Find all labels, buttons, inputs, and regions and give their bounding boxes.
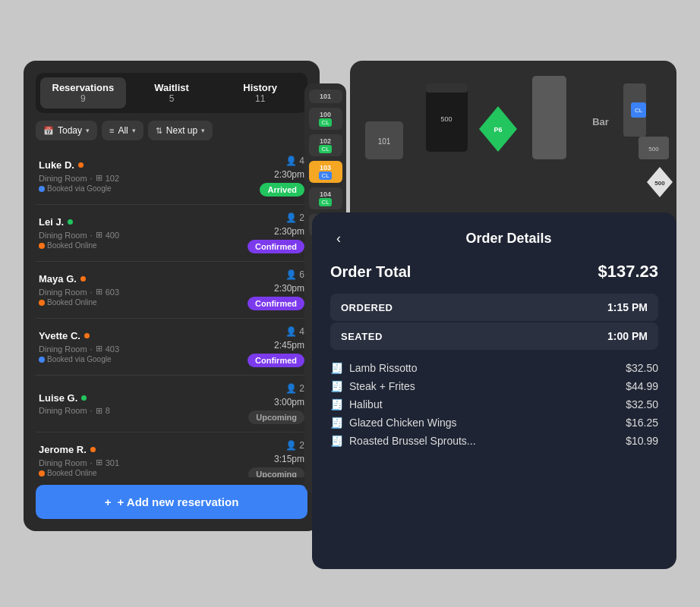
- table-row[interactable]: Jerome R. Dining Room · ⊞ 301 Booked Onl…: [36, 432, 307, 477]
- side-table-103[interactable]: 103 CL: [309, 161, 342, 183]
- ordered-label: ORDERED: [341, 302, 393, 313]
- separator: ·: [90, 458, 93, 467]
- source-label: Booked via Google: [47, 355, 112, 363]
- res-name: Jerome R.: [39, 444, 87, 455]
- res-info: Maya G. Dining Room · ⊞ 603 Booked Onlin…: [39, 273, 248, 307]
- table-tag: CL: [319, 145, 331, 153]
- list-item: 🧾 Glazed Chicken Wings $16.25: [330, 417, 658, 429]
- tab-waitlist[interactable]: Waitlist 5: [129, 77, 215, 109]
- order-item-name: Lamb Rissotto: [349, 362, 417, 374]
- table-number: 102: [320, 137, 331, 145]
- small-top-right-label: 500: [648, 146, 659, 153]
- table-row[interactable]: Luise G. Dining Room · ⊞ 8 👤 2: [36, 376, 307, 432]
- filter-today-label: Today: [58, 125, 82, 136]
- source-icon: [39, 300, 45, 306]
- diamond-label: P6: [493, 126, 502, 134]
- res-time: 3:15pm: [274, 454, 304, 464]
- order-title: Order Details: [359, 231, 658, 247]
- tab-reservations[interactable]: Reservations 9: [40, 77, 126, 109]
- status-badge: Arrived: [260, 183, 304, 197]
- res-meta: 👤 6 2:30pm Confirmed: [248, 269, 304, 310]
- guests-count: 2: [299, 212, 304, 223]
- res-meta: 👤 2 3:00pm Upcoming: [248, 383, 304, 424]
- filter-today[interactable]: 📅 Today ▾: [36, 121, 97, 140]
- guests-icon: 👤: [285, 269, 297, 280]
- table-number: 104: [320, 190, 331, 198]
- calendar-icon: 📅: [43, 126, 54, 136]
- side-table-100[interactable]: 100 CL: [309, 108, 342, 130]
- res-name: Lei J.: [39, 216, 64, 228]
- table-icon: ⊞: [96, 230, 102, 240]
- sort-icon: ⇅: [156, 126, 162, 136]
- separator: ·: [90, 174, 93, 183]
- seated-time: 1:00 PM: [607, 330, 648, 342]
- res-room: Dining Room: [39, 288, 87, 297]
- order-item-icon: 🧾: [330, 362, 343, 374]
- order-item-name: Roasted Brussel Sprouts...: [349, 435, 476, 447]
- tab-history[interactable]: History 11: [217, 77, 303, 109]
- guests-count: 2: [299, 383, 304, 394]
- side-table-104[interactable]: 104 CL: [309, 187, 342, 209]
- add-reservation-button[interactable]: + + Add new reservation: [36, 485, 307, 519]
- status-badge: Confirmed: [248, 354, 304, 367]
- order-details-panel: ‹ Order Details Order Total $137.23 ORDE…: [312, 212, 676, 569]
- order-item-price: $32.50: [626, 362, 658, 374]
- res-time: 2:45pm: [274, 340, 304, 351]
- source-icon: [39, 243, 45, 249]
- res-table: 400: [106, 231, 119, 240]
- tab-history-count: 11: [220, 93, 300, 104]
- status-dot: [81, 395, 87, 401]
- res-name: Luise G.: [39, 392, 77, 404]
- right-table-badge-text: CL: [635, 107, 643, 114]
- back-button[interactable]: ‹: [330, 228, 347, 250]
- tab-reservations-label: Reservations: [43, 82, 123, 93]
- res-info: Yvette C. Dining Room · ⊞ 403 Booked via…: [39, 330, 248, 363]
- table-icon: ⊞: [96, 287, 102, 297]
- order-item-price: $32.50: [626, 398, 658, 410]
- table-row[interactable]: Lei J. Dining Room · ⊞ 400 Booked Online: [36, 205, 307, 262]
- separator: ·: [90, 288, 93, 297]
- order-item-price: $16.25: [626, 417, 658, 429]
- filter-all[interactable]: ≡ All ▾: [102, 121, 143, 140]
- table-tag: CL: [319, 171, 331, 180]
- res-name: Luke D.: [39, 159, 74, 171]
- order-item-name: Steak + Frites: [349, 380, 415, 392]
- res-meta: 👤 4 2:30pm Arrived: [260, 156, 304, 197]
- source-label: Booked Online: [47, 298, 97, 307]
- seated-row: SEATED 1:00 PM: [330, 322, 658, 350]
- order-item-price: $44.99: [626, 380, 658, 392]
- res-room: Dining Room: [39, 458, 87, 467]
- tab-waitlist-count: 5: [132, 93, 212, 104]
- side-table-102[interactable]: 102 CL: [309, 134, 342, 156]
- res-table: 603: [106, 288, 119, 297]
- res-info: Lei J. Dining Room · ⊞ 400 Booked Online: [39, 216, 248, 250]
- filter-row: 📅 Today ▾ ≡ All ▾ ⇅ Next up ▾: [36, 121, 307, 140]
- filter-nextup-label: Next up: [166, 125, 197, 136]
- guests-count: 4: [299, 326, 304, 337]
- tab-waitlist-label: Waitlist: [132, 82, 212, 93]
- table-icon: ⊞: [96, 173, 102, 183]
- list-item: 🧾 Steak + Frites $44.99: [330, 380, 658, 392]
- res-name: Maya G.: [39, 273, 77, 285]
- filter-nextup[interactable]: ⇅ Next up ▾: [148, 121, 213, 140]
- ordered-row: ORDERED 1:15 PM: [330, 294, 658, 321]
- table-row[interactable]: Yvette C. Dining Room · ⊞ 403 Booked via…: [36, 319, 307, 376]
- guests-count: 6: [299, 269, 304, 280]
- order-item-icon: 🧾: [330, 435, 343, 447]
- side-table-101[interactable]: 101: [309, 90, 342, 103]
- table-row[interactable]: Maya G. Dining Room · ⊞ 603 Booked Onlin…: [36, 262, 307, 319]
- res-room: Dining Room: [39, 231, 87, 240]
- guests-icon: 👤: [285, 156, 297, 166]
- chevron-icon-3: ▾: [201, 127, 205, 134]
- filter-all-label: All: [118, 125, 128, 136]
- seated-label: SEATED: [341, 331, 383, 342]
- order-item-name: Halibut: [349, 398, 383, 410]
- source-icon: [39, 470, 45, 476]
- res-room: Dining Room: [39, 406, 87, 415]
- white-diamond-label: 500: [654, 180, 665, 187]
- separator: ·: [90, 231, 93, 240]
- table-row[interactable]: Luke D. Dining Room · ⊞ 102 Booked via G…: [36, 148, 307, 205]
- res-meta: 👤 4 2:45pm Confirmed: [248, 326, 304, 367]
- source-icon: [39, 186, 45, 192]
- table-icon: ⊞: [96, 458, 102, 467]
